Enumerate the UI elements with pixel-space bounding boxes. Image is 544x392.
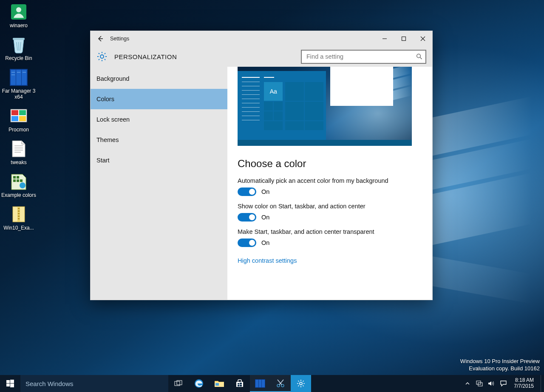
toggle-state: On [261,239,269,246]
svg-point-39 [417,54,421,58]
desktop-icon-label: Procmon [8,127,29,133]
task-far-manager[interactable] [250,375,270,392]
svg-rect-31 [18,216,20,217]
tray-action-center-button[interactable] [499,375,507,392]
svg-rect-14 [11,116,18,121]
sidebar-item-start[interactable]: Start [91,150,227,170]
desktop-icon-win10-example[interactable]: Win10_Exa... [1,205,37,231]
sidebar-item-background[interactable]: Background [91,68,227,89]
preview-accent-tile: Aa [264,82,283,101]
svg-rect-50 [238,383,239,384]
minimize-icon [382,36,387,41]
high-contrast-link[interactable]: High contrast settings [238,257,297,264]
desktop-icon-label: Example colors [1,192,36,198]
tray-volume-button[interactable] [487,375,495,392]
svg-rect-56 [259,380,261,387]
svg-rect-30 [18,213,20,214]
system-tray: 8:18 AM 7/7/2015 [464,375,544,392]
desktop-icon-example-colors[interactable]: Example colors [1,172,37,198]
svg-line-40 [420,57,422,59]
svg-rect-21 [17,176,19,179]
svg-rect-35 [402,37,405,41]
svg-rect-53 [240,385,242,386]
toggle-state: On [261,214,269,221]
scissors-icon [276,379,285,388]
tray-network-button[interactable] [476,375,483,392]
tray-overflow-button[interactable] [464,375,471,392]
svg-rect-29 [18,210,20,212]
tray-date: 7/7/2015 [514,383,534,389]
svg-rect-5 [16,70,21,85]
chevron-up-icon [465,381,470,386]
option-transparent: Make Start, taskbar, and action center t… [238,228,432,247]
svg-rect-32 [18,218,20,219]
svg-point-60 [300,382,302,385]
svg-point-38 [100,55,104,58]
action-center-icon [500,381,507,386]
reg-file-icon [9,172,28,191]
show-desktop-button[interactable] [541,375,543,392]
task-edge[interactable] [189,375,209,392]
folder-icon [214,379,224,388]
desktop-icon-recycle-bin[interactable]: Recycle Bin [1,35,37,61]
option-show-color: Show color on Start, taskbar, and action… [238,203,432,222]
window-header: PERSONALIZATION [91,46,432,67]
desktop-icon-far-manager[interactable]: Far Manager 3 x64 [1,68,37,100]
svg-point-1 [16,7,21,12]
desktop-icon-tweaks[interactable]: tweaks [1,139,37,165]
option-auto-accent: Automatically pick an accent color from … [238,177,432,196]
titlebar[interactable]: Settings [91,31,432,46]
svg-rect-12 [11,110,18,115]
maximize-icon [401,36,406,41]
toggle-state: On [261,188,269,195]
preview-image: Aa [238,67,412,146]
close-button[interactable] [413,31,432,46]
window-title: Settings [110,36,129,42]
store-icon [235,379,244,388]
sidebar-item-colors[interactable]: Colors [91,89,227,109]
svg-rect-20 [13,176,16,179]
taskbar-search-placeholder: Search Windows [26,380,74,387]
toggle-show-color[interactable] [238,213,256,222]
task-file-explorer[interactable] [209,375,230,392]
svg-rect-55 [255,380,258,387]
tray-clock[interactable]: 8:18 AM 7/7/2015 [511,378,536,389]
toggle-auto-accent[interactable] [238,187,256,196]
minimize-button[interactable] [375,31,394,46]
svg-rect-22 [13,179,16,182]
sidebar: Background Colors Lock screen Themes Sta… [91,67,227,300]
back-button[interactable] [91,31,110,46]
task-store[interactable] [230,375,250,392]
toggle-transparent[interactable] [238,239,256,247]
desktop-icon-procmon[interactable]: Procmon [1,107,37,133]
sidebar-item-lock-screen[interactable]: Lock screen [91,109,227,130]
search-icon [416,54,422,60]
panels-icon [255,379,265,388]
svg-rect-4 [11,70,16,85]
gear-icon [96,51,108,62]
task-view-button[interactable] [168,375,189,392]
gear-icon [297,379,305,388]
header-search [301,50,426,64]
svg-rect-41 [6,380,10,383]
start-button[interactable] [0,375,20,392]
svg-rect-44 [10,383,14,387]
task-settings[interactable] [291,375,311,392]
sidebar-item-themes[interactable]: Themes [91,130,227,150]
svg-rect-15 [19,116,26,121]
option-label: Make Start, taskbar, and action center t… [238,228,432,235]
svg-rect-23 [17,179,19,182]
search-input[interactable] [301,50,426,64]
desktop-icon-winaero[interactable]: winaero [1,3,37,28]
network-icon [476,381,483,386]
recycle-bin-icon [9,35,28,54]
maximize-button[interactable] [394,31,413,46]
option-label: Automatically pick an accent color from … [238,177,432,184]
svg-rect-43 [6,383,10,386]
taskbar-search[interactable]: Search Windows [20,375,168,392]
person-icon [9,3,28,21]
task-snipping-tool[interactable] [270,375,291,392]
svg-rect-6 [22,70,27,85]
desktop-icon-label: Recycle Bin [5,55,32,61]
desktop-icon-label: tweaks [11,159,26,165]
